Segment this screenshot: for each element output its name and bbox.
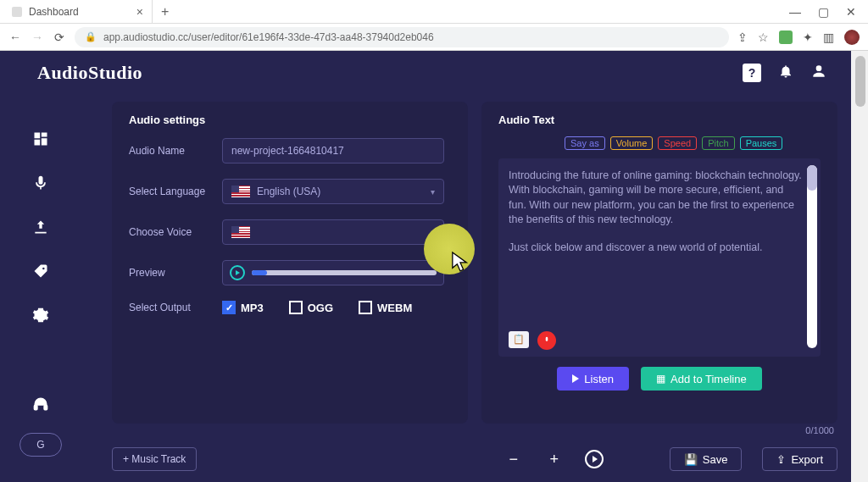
timeline-play-button[interactable]	[585, 450, 604, 468]
svg-rect-0	[35, 406, 37, 410]
timeline-toolbar: + Music Track − + 💾Save ⇪Export	[112, 447, 837, 471]
preview-progress-thumb[interactable]	[252, 270, 267, 275]
tag-pitch[interactable]: Pitch	[702, 136, 734, 150]
window-maximize-icon[interactable]: ▢	[818, 5, 829, 19]
output-label: Select Output	[129, 302, 222, 313]
checkbox-icon	[289, 301, 303, 314]
zoom-in-button[interactable]: +	[544, 451, 565, 468]
nav-forward-icon[interactable]: →	[31, 30, 44, 44]
nav-reload-icon[interactable]: ⟳	[53, 30, 66, 44]
star-icon[interactable]: ☆	[758, 30, 769, 44]
browser-address-bar: ← → ⟳ 🔒 app.audiostudio.cc/user/editor/6…	[0, 24, 868, 51]
plus-square-icon: ▦	[656, 373, 665, 385]
voice-select[interactable]	[222, 219, 444, 245]
editor-scrollbar-thumb[interactable]	[807, 165, 817, 191]
output-option-webm[interactable]: WEBM	[359, 301, 412, 314]
audio-name-input[interactable]: new-project-1664810417	[222, 138, 444, 163]
tab-close-icon[interactable]: ×	[136, 5, 143, 19]
cursor-arrow-icon	[451, 251, 470, 276]
checkbox-icon	[359, 301, 372, 314]
share-icon[interactable]: ⇪	[737, 30, 748, 44]
window-minimize-icon[interactable]: —	[789, 5, 801, 19]
flag-us-icon	[231, 226, 250, 238]
chevron-down-icon: ▾	[431, 187, 435, 197]
tag-volume[interactable]: Volume	[610, 136, 654, 150]
g-badge[interactable]: G	[19, 433, 62, 457]
page-scrollbar-track	[851, 51, 868, 482]
browser-tab[interactable]: Dashboard ×	[0, 0, 153, 24]
app-sidebar: G	[0, 95, 81, 482]
lock-icon: 🔒	[85, 31, 97, 42]
page-scrollbar-thumb[interactable]	[855, 56, 865, 107]
upload-icon[interactable]	[31, 217, 51, 237]
save-button[interactable]: 💾Save	[670, 447, 743, 471]
audio-settings-panel: Audio settings Audio Name new-project-16…	[112, 102, 468, 424]
voice-label: Choose Voice	[129, 226, 222, 238]
add-to-timeline-button[interactable]: ▦Add to Timeline	[641, 367, 762, 391]
preview-play-button[interactable]	[230, 265, 245, 280]
app-top-bar: AudioStudio ?	[0, 51, 851, 95]
window-close-icon[interactable]: ✕	[846, 5, 856, 19]
settings-title: Audio settings	[129, 114, 451, 126]
add-music-track-button[interactable]: + Music Track	[112, 447, 197, 471]
main-content: Audio settings Audio Name new-project-16…	[112, 102, 837, 474]
char-count: 0/1000	[805, 425, 834, 435]
nav-back-icon[interactable]: ←	[8, 30, 22, 44]
zoom-out-button[interactable]: −	[504, 451, 524, 468]
flag-us-icon	[231, 186, 250, 197]
gear-icon[interactable]	[31, 305, 51, 325]
clipboard-icon[interactable]: 📋	[509, 331, 529, 348]
dashboard-icon[interactable]	[31, 129, 51, 149]
puzzle-icon[interactable]: ✦	[803, 30, 813, 44]
preview-progress-track[interactable]	[252, 270, 437, 275]
output-option-ogg[interactable]: OGG	[289, 301, 333, 314]
audio-text-panel: Audio Text Say as Volume Speed Pitch Pau…	[481, 102, 837, 424]
preview-player	[222, 260, 444, 285]
new-tab-button[interactable]: +	[153, 4, 177, 19]
preview-label: Preview	[129, 267, 222, 279]
export-button[interactable]: ⇪Export	[762, 447, 837, 471]
tag-pauses[interactable]: Pauses	[740, 136, 783, 150]
editor-scrollbar-track	[807, 165, 817, 348]
language-label: Select Language	[129, 186, 222, 197]
checkbox-icon	[222, 301, 236, 314]
extension-badge-icon[interactable]	[779, 30, 793, 44]
save-icon: 💾	[684, 453, 698, 466]
text-panel-title: Audio Text	[498, 114, 821, 126]
tag-icon[interactable]	[31, 261, 51, 281]
profile-avatar-icon[interactable]	[844, 30, 860, 45]
url-text: app.audiostudio.cc/user/editor/61e196f4-…	[103, 31, 434, 43]
brand-logo[interactable]: AudioStudio	[37, 62, 142, 84]
tab-title: Dashboard	[29, 6, 79, 18]
bell-icon[interactable]	[778, 64, 793, 83]
window-panel-icon[interactable]: ▥	[823, 30, 834, 44]
tab-favicon-icon	[12, 7, 22, 17]
export-icon: ⇪	[776, 453, 786, 466]
url-field[interactable]: 🔒 app.audiostudio.cc/user/editor/61e196f…	[75, 27, 729, 47]
output-option-mp3[interactable]: MP3	[222, 301, 264, 314]
record-mic-button[interactable]	[537, 331, 556, 350]
text-editor[interactable]: Introducing the future of online gaming:…	[498, 158, 821, 357]
audio-name-label: Audio Name	[129, 145, 222, 157]
editor-text: Introducing the future of online gaming:…	[509, 169, 802, 227]
tag-sayas[interactable]: Say as	[565, 136, 605, 150]
help-icon[interactable]: ?	[743, 64, 761, 82]
editor-text: Just click below and discover a new worl…	[509, 241, 802, 255]
browser-tab-bar: Dashboard × + — ▢ ✕	[0, 0, 868, 24]
user-icon[interactable]	[810, 63, 827, 84]
play-icon	[572, 374, 579, 383]
svg-rect-1	[44, 406, 47, 410]
app-frame: AudioStudio ? G Audio settings Audio Nam…	[0, 51, 851, 482]
tag-speed[interactable]: Speed	[658, 136, 697, 150]
headphones-icon[interactable]	[31, 394, 51, 414]
microphone-icon[interactable]	[31, 173, 51, 193]
listen-button[interactable]: Listen	[557, 367, 629, 391]
language-select[interactable]: English (USA) ▾	[222, 179, 444, 204]
